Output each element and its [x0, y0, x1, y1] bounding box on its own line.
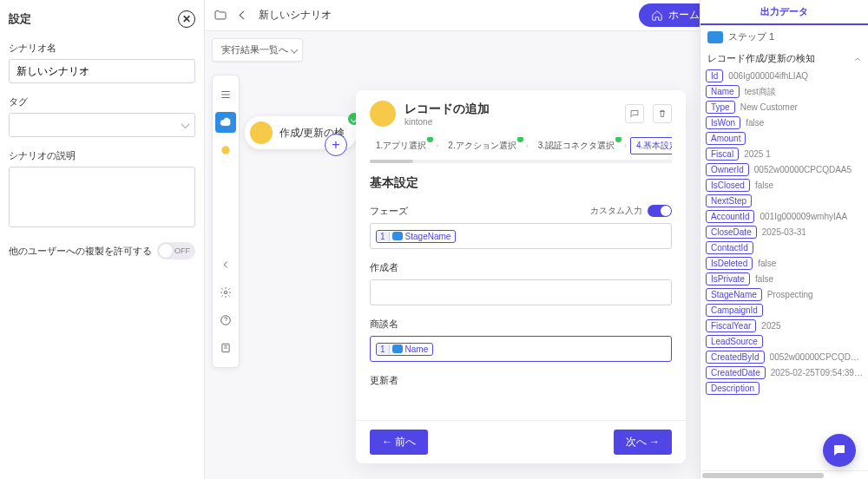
output-key: IsClosed	[706, 179, 750, 192]
rail-collapse-icon[interactable]	[215, 254, 236, 275]
phase-chip[interactable]: 1StageName	[376, 230, 456, 243]
next-button[interactable]: 次へ →	[614, 430, 672, 455]
custom-input-toggle[interactable]	[648, 205, 672, 217]
output-key: IsPrivate	[706, 272, 750, 285]
output-kv-row[interactable]: CloseDate2025-03-31	[706, 226, 863, 239]
rail-settings-icon[interactable]	[215, 282, 236, 303]
comment-icon[interactable]	[625, 104, 644, 123]
output-kv-row[interactable]: Amount	[706, 132, 863, 145]
creator-label: 作成者	[370, 261, 672, 274]
chat-fab[interactable]	[823, 434, 856, 467]
step-app-icon	[250, 121, 273, 144]
output-value: false	[746, 118, 764, 128]
rail-cloud-icon[interactable]	[215, 112, 236, 133]
output-kv-row[interactable]: CampaignId	[706, 304, 863, 317]
prev-button[interactable]: ← 前へ	[370, 430, 428, 455]
config-panel: ステップ 2 レコードの追加 kintone 1.アプリ選択› 2.アクション選…	[356, 90, 686, 463]
output-h-scrollbar[interactable]	[700, 470, 868, 479]
output-value: Prospecting	[767, 290, 813, 299]
add-step-button[interactable]: +	[325, 134, 347, 156]
close-icon[interactable]: ✕	[178, 10, 195, 28]
crumb-2[interactable]: 2.アクション選択	[442, 137, 522, 154]
deal-input[interactable]: 1Name	[370, 336, 672, 362]
output-key: CreatedDate	[706, 366, 766, 379]
output-kv-row[interactable]: CreatedById0052w00000CPCQDAA5	[706, 351, 863, 364]
breadcrumb-scrollbar[interactable]	[370, 160, 672, 163]
rail-note-icon[interactable]	[215, 338, 236, 358]
output-panel: 出力データ ステップ 1 レコード作成/更新の検知 Id006Ig000004i…	[700, 0, 868, 479]
output-kv-row[interactable]: AccountId001Ig000009wmhyIAA	[706, 210, 863, 223]
output-value: 2025-02-25T09:54:39.000+0000	[771, 368, 863, 377]
phase-input[interactable]: 1StageName	[370, 223, 672, 249]
output-value: 2025-03-31	[762, 227, 806, 237]
output-key: Id	[706, 69, 723, 82]
cloud-icon	[707, 31, 723, 43]
desc-label: シナリオの説明	[9, 149, 195, 162]
crumb-3[interactable]: 3.認証コネクタ選択	[532, 137, 621, 154]
output-value: 006Ig000004ifhLIAQ	[728, 71, 808, 81]
output-kv-row[interactable]: NextStep	[706, 194, 863, 207]
output-kv-row[interactable]: TypeNew Customer	[706, 101, 863, 114]
settings-title: 設定	[9, 11, 31, 27]
output-kv-row[interactable]: OwnerId0052w00000CPCQDAA5	[706, 163, 863, 176]
chevron-up-icon	[854, 56, 861, 62]
creator-input[interactable]	[370, 279, 672, 305]
output-kv-row[interactable]: StageNameProspecting	[706, 288, 863, 301]
exec-results-dropdown[interactable]: 実行結果一覧へ	[212, 38, 303, 62]
scenario-title: 新しいシナリオ	[259, 8, 332, 23]
output-kv-row[interactable]: IsWonfalse	[706, 116, 863, 129]
output-kv-row[interactable]: Fiscal2025 1	[706, 148, 863, 161]
output-kv-row[interactable]: IsClosedfalse	[706, 179, 863, 192]
updater-label: 更新者	[370, 374, 672, 387]
rail-list-icon[interactable]	[215, 84, 236, 105]
crumb-1[interactable]: 1.アプリ選択	[370, 137, 432, 154]
svg-point-0	[221, 146, 229, 154]
config-title: レコードの追加	[404, 102, 490, 117]
output-value: 2025 1	[744, 149, 771, 159]
config-subtitle: kintone	[404, 117, 490, 127]
svg-point-1	[224, 291, 227, 294]
chat-icon	[832, 443, 847, 458]
tag-select[interactable]	[9, 113, 195, 137]
output-kv-row[interactable]: IsDeletedfalse	[706, 257, 863, 270]
share-toggle[interactable]: OFF	[157, 242, 195, 259]
output-key: Amount	[706, 132, 746, 145]
chevron-left-icon[interactable]	[236, 9, 250, 23]
output-key: ContactId	[706, 241, 753, 254]
output-value: 001Ig000009wmhyIAA	[760, 212, 847, 221]
output-kv-row[interactable]: Description	[706, 382, 863, 395]
crumb-4[interactable]: 4.基本設定	[630, 137, 672, 154]
output-value: 2025	[761, 321, 780, 331]
output-tab[interactable]: 出力データ	[700, 0, 868, 25]
cloud-icon	[392, 344, 403, 353]
output-kv-row[interactable]: Id006Ig000004ifhLIAQ	[706, 69, 863, 82]
output-value: New Customer	[740, 102, 798, 112]
rail-help-icon[interactable]	[215, 310, 236, 331]
cloud-icon	[392, 232, 403, 240]
output-kv-row[interactable]: LeadSource	[706, 335, 863, 348]
output-value: 0052w00000CPCQDAA5	[754, 165, 852, 174]
rail-app-icon[interactable]	[215, 140, 236, 161]
desc-textarea[interactable]	[9, 167, 195, 227]
output-key: Type	[706, 101, 735, 114]
output-step-header[interactable]: ステップ 1	[700, 25, 868, 49]
deal-chip[interactable]: 1Name	[376, 343, 433, 356]
phase-label: フェーズ カスタム入力	[370, 205, 672, 218]
output-kv-row[interactable]: FiscalYear2025	[706, 319, 863, 332]
tool-rail	[212, 75, 240, 368]
output-kv-row[interactable]: CreatedDate2025-02-25T09:54:39.000+0000	[706, 366, 863, 379]
scenario-name-input[interactable]	[9, 59, 195, 83]
output-kv-row[interactable]: IsPrivatefalse	[706, 272, 863, 285]
output-kv-list[interactable]: Id006Ig000004ifhLIAQNametest商談TypeNew Cu…	[700, 67, 868, 470]
delete-icon[interactable]	[653, 104, 672, 123]
output-kv-row[interactable]: Nametest商談	[706, 85, 863, 98]
tag-label: タグ	[9, 95, 195, 108]
output-key: LeadSource	[706, 335, 763, 348]
output-kv-row[interactable]: ContactId	[706, 241, 863, 254]
output-key: FiscalYear	[706, 319, 756, 332]
output-key: Description	[706, 382, 760, 395]
output-key: NextStep	[706, 194, 752, 207]
config-heading: 基本設定	[370, 175, 672, 191]
output-key: StageName	[706, 288, 762, 301]
output-group[interactable]: レコード作成/更新の検知	[700, 49, 868, 67]
